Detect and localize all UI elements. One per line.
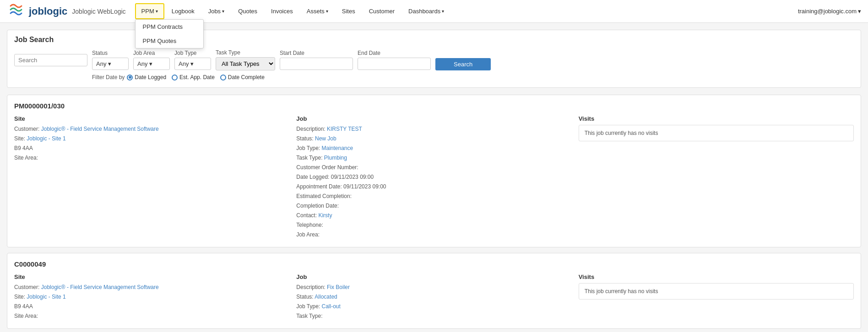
ppm-contracts-item[interactable]: PPM Contracts: [136, 20, 203, 34]
job-date-logged-value-1: 09/11/2023 09:00: [331, 174, 374, 180]
job-desc-label-2: Description:: [296, 284, 325, 290]
visits-column-1: Visits This job currently has no visits: [579, 115, 854, 240]
job-area-dropdown[interactable]: Any ▾: [133, 58, 170, 70]
site-customer-row-2: Customer: Joblogic® - Field Service Mana…: [14, 283, 289, 291]
job-area-value: Any: [137, 60, 147, 67]
job-type-caret-icon: ▾: [190, 60, 194, 67]
site-site-value-1[interactable]: Joblogic - Site 1: [27, 135, 65, 142]
filter-date-complete[interactable]: Date Complete: [220, 74, 265, 80]
visits-box-2: This job currently has no visits: [579, 283, 854, 300]
task-type-label: Task Type: [216, 49, 275, 56]
nav-items: PPM ▾ PPM Contracts PPM Quotes Logbook J…: [135, 3, 798, 19]
user-menu[interactable]: training@joblogic.com ▾: [798, 8, 861, 15]
status-dropdown[interactable]: Any ▾: [92, 58, 129, 70]
ppm-quotes-item[interactable]: PPM Quotes: [136, 34, 203, 48]
site-postcode-1: B9 4AA: [14, 144, 289, 152]
nav-item-sites[interactable]: Sites: [336, 3, 362, 19]
job-task-type-row-1: Task Type: Plumbing: [296, 154, 571, 162]
site-column-2: Site Customer: Joblogic® - Field Service…: [14, 273, 289, 321]
job-task-type-row-2: Task Type:: [296, 312, 571, 320]
status-label: Status: [92, 50, 129, 56]
start-date-input[interactable]: [280, 58, 353, 70]
job-desc-value-2[interactable]: Fix Boiler: [327, 284, 350, 290]
status-caret-icon: ▾: [108, 60, 111, 67]
job-comp-label-1: Completion Date:: [296, 203, 339, 209]
start-date-label: Start Date: [280, 50, 353, 56]
nav-item-logbook[interactable]: Logbook: [165, 3, 201, 19]
nav-item-assets[interactable]: Assets ▾: [300, 3, 335, 19]
nav-item-customer[interactable]: Customer: [363, 3, 401, 19]
job-type-row-1: Job Type: Maintenance: [296, 144, 571, 152]
job-task-type-label-2: Task Type:: [296, 313, 322, 319]
job-column-1: Job Description: KIRSTY TEST Status: New…: [296, 115, 571, 240]
site-header-2: Site: [14, 273, 289, 280]
end-date-input[interactable]: [358, 58, 431, 70]
end-date-label: End Date: [358, 50, 431, 56]
job-type-value: Any: [179, 60, 189, 67]
job-type-value-1: Maintenance: [322, 145, 353, 151]
ppm-dropdown-container: PPM ▾ PPM Contracts PPM Quotes: [135, 3, 164, 19]
search-input[interactable]: [14, 54, 87, 66]
nav-item-quotes[interactable]: Quotes: [232, 3, 264, 19]
site-customer-value-2[interactable]: Joblogic® - Field Service Management Sof…: [41, 284, 159, 290]
job-header-1: Job: [296, 115, 571, 122]
job-status-label-2: Status:: [296, 294, 313, 300]
search-button[interactable]: Search: [435, 58, 491, 70]
visits-header-1: Visits: [579, 115, 854, 122]
task-type-select[interactable]: All Task Types: [216, 57, 275, 70]
job-area-caret-icon: ▾: [149, 60, 152, 67]
job-status-row-1: Status: New Job: [296, 134, 571, 143]
job-type-value-2: Call-out: [322, 303, 341, 310]
nav-label-logbook: Logbook: [172, 8, 195, 15]
job-type-label-2: Job Type:: [296, 303, 320, 310]
site-customer-label-1: Customer:: [14, 126, 39, 132]
nav-item-invoices[interactable]: Invoices: [265, 3, 299, 19]
jobs-caret-icon: ▾: [222, 9, 224, 14]
job-desc-row-1: Description: KIRSTY TEST: [296, 125, 571, 133]
job-appt-value-1: 09/11/2023 09:00: [343, 183, 386, 190]
job-desc-value-1[interactable]: KIRSTY TEST: [327, 126, 362, 132]
job-type-label-1: Job Type:: [296, 145, 320, 151]
nav-item-jobs[interactable]: Jobs ▾: [202, 3, 231, 19]
filter-est-app-date[interactable]: Est. App. Date: [172, 74, 215, 80]
ppm-caret-icon: ▾: [156, 9, 158, 14]
date-logged-radio-icon: [127, 75, 133, 80]
date-complete-radio-icon: [220, 75, 226, 80]
end-date-field-group: End Date: [358, 50, 431, 70]
filter-date-logged[interactable]: Date Logged: [127, 74, 166, 80]
job-desc-row-2: Description: Fix Boiler: [296, 283, 571, 291]
job-type-label: Job Type: [174, 50, 211, 56]
site-customer-row-1: Customer: Joblogic® - Field Service Mana…: [14, 125, 289, 133]
job-area-label-1: Job Area:: [296, 231, 320, 238]
assets-caret-icon: ▾: [326, 9, 328, 14]
nav-label-dashboards: Dashboards: [408, 8, 440, 15]
job-appt-label-1: Appointment Date:: [296, 183, 342, 190]
job-type-dropdown[interactable]: Any ▾: [174, 58, 211, 70]
task-type-field-group: Task Type All Task Types: [216, 49, 275, 70]
joblogic-logo: [7, 2, 25, 21]
job-contact-label-1: Contact:: [296, 212, 317, 219]
job-comp-row-1: Completion Date:: [296, 202, 571, 210]
job-area-field-group: Job Area Any ▾: [133, 50, 170, 70]
brand-name: joblogic: [29, 5, 67, 17]
status-value: Any: [96, 60, 106, 67]
nav-item-ppm[interactable]: PPM ▾: [135, 3, 164, 19]
nav-item-dashboards[interactable]: Dashboards ▾: [402, 3, 450, 19]
site-site-value-2[interactable]: Joblogic - Site 1: [27, 294, 65, 300]
user-caret-icon: ▾: [858, 8, 861, 15]
site-header-1: Site: [14, 115, 289, 122]
user-email: training@joblogic.com: [798, 8, 857, 15]
ppm-dropdown-menu: PPM Contracts PPM Quotes: [135, 19, 204, 48]
site-site-label-1: Site:: [14, 135, 25, 142]
nav-label-sites: Sites: [342, 8, 355, 15]
job-date-logged-label-1: Date Logged:: [296, 174, 329, 180]
job-columns-1: Site Customer: Joblogic® - Field Service…: [14, 115, 854, 240]
radio-group: Date Logged Est. App. Date Date Complete: [127, 74, 265, 80]
job-date-logged-row-1: Date Logged: 09/11/2023 09:00: [296, 173, 571, 181]
filter-date-row: Filter Date by Date Logged Est. App. Dat…: [92, 74, 854, 80]
site-customer-value-1[interactable]: Joblogic® - Field Service Management Sof…: [41, 126, 159, 132]
date-complete-label: Date Complete: [228, 74, 265, 80]
job-est-label-1: Estimated Completion:: [296, 193, 352, 199]
job-desc-label-1: Description:: [296, 126, 325, 132]
dashboards-caret-icon: ▾: [442, 9, 444, 14]
